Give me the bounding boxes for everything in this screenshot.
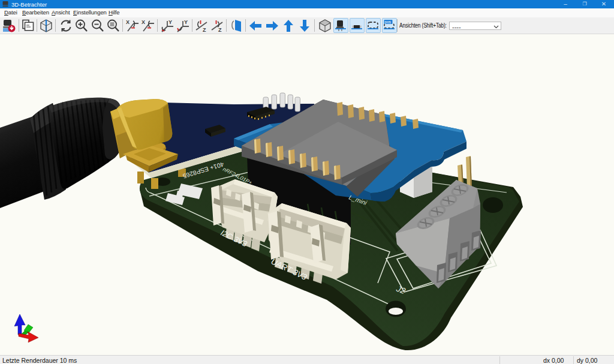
svg-text:X: X xyxy=(126,19,130,25)
svg-text:Y: Y xyxy=(184,19,188,25)
svg-text:X: X xyxy=(142,19,145,25)
svg-text:Y: Y xyxy=(168,19,172,25)
svg-text:Z: Z xyxy=(203,27,206,33)
svg-text:Z: Z xyxy=(218,27,222,33)
svg-text:pos: pos xyxy=(385,20,392,25)
